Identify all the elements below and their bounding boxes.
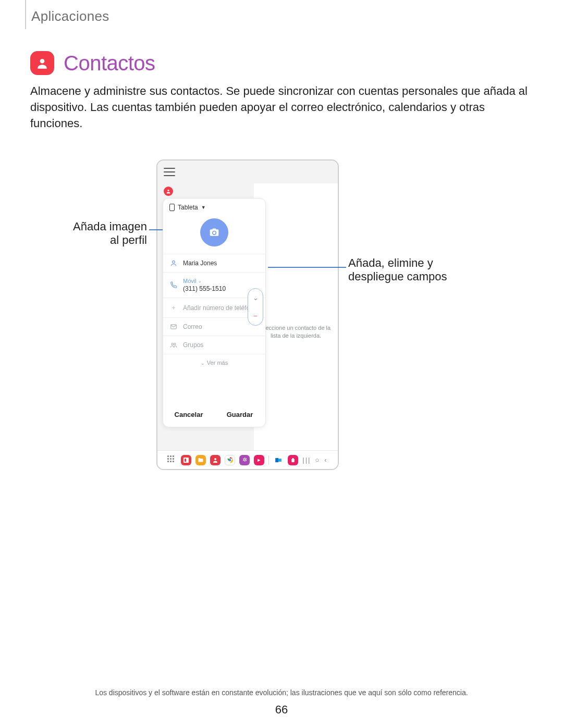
section-divider bbox=[25, 0, 26, 29]
menu-icon[interactable] bbox=[164, 168, 175, 176]
save-button[interactable]: Guardar bbox=[214, 402, 265, 427]
apps-icon[interactable] bbox=[167, 455, 177, 465]
add-profile-image-button[interactable] bbox=[200, 218, 228, 246]
plus-icon: ＋ bbox=[169, 303, 178, 312]
svg-rect-9 bbox=[185, 459, 186, 462]
taskbar-app-flipboard[interactable] bbox=[181, 455, 191, 465]
svg-point-6 bbox=[172, 343, 174, 346]
show-more-button[interactable]: ⌄Ver más bbox=[163, 354, 265, 371]
name-field[interactable]: Maria Jones bbox=[163, 254, 265, 272]
minus-icon: − bbox=[253, 312, 258, 320]
svg-point-4 bbox=[173, 261, 175, 263]
home-nav-icon[interactable]: ○ bbox=[315, 456, 320, 464]
caret-down-icon: ⌄ bbox=[198, 279, 202, 283]
svg-rect-13 bbox=[275, 458, 278, 462]
taskbar-app-chrome[interactable] bbox=[225, 455, 235, 465]
contacts-app-icon bbox=[30, 51, 54, 75]
taskbar: ✲ ▸ ||| ○ ‹ bbox=[157, 450, 338, 469]
callout-add-image: Añada imagen al perfil bbox=[65, 220, 147, 248]
phone-icon bbox=[169, 281, 178, 289]
taskbar-app-contacts[interactable] bbox=[210, 455, 221, 465]
callout-field-controls: Añada, elimine y despliegue campos bbox=[348, 256, 484, 284]
caret-down-icon: ▼ bbox=[201, 205, 206, 210]
page-description: Almacene y administre sus contactos. Se … bbox=[30, 83, 533, 131]
svg-point-10 bbox=[214, 458, 216, 460]
svg-point-7 bbox=[174, 343, 176, 346]
my-profile-icon[interactable] bbox=[164, 187, 173, 196]
tablet-screenshot: eleccione un contacto de la lista de la … bbox=[156, 159, 339, 470]
chevron-down-icon: ⌄ bbox=[253, 294, 259, 302]
storage-location-dropdown[interactable]: Tableta ▼ bbox=[163, 199, 265, 216]
mail-icon bbox=[169, 323, 178, 330]
recents-nav-icon[interactable]: ||| bbox=[302, 456, 311, 464]
svg-rect-14 bbox=[278, 459, 282, 462]
footnote: Los dispositivos y el software están en … bbox=[0, 688, 563, 697]
tablet-icon bbox=[169, 204, 175, 211]
back-nav-icon[interactable]: ‹ bbox=[324, 456, 327, 464]
groups-icon bbox=[169, 341, 178, 349]
taskbar-app-gallery[interactable]: ✲ bbox=[239, 455, 250, 465]
cancel-button[interactable]: Cancelar bbox=[163, 402, 214, 427]
phone-type-dropdown[interactable]: Móvil⌄ bbox=[183, 278, 226, 284]
svg-point-3 bbox=[167, 190, 169, 191]
camera-icon bbox=[209, 227, 219, 238]
field-expand-collapse-control[interactable]: ⌄ − bbox=[248, 288, 263, 326]
edit-contact-modal: Tableta ▼ Maria Jones Móvil⌄ (311) 555-1… bbox=[163, 198, 266, 427]
taskbar-app-youtube[interactable]: ▸ bbox=[254, 455, 264, 465]
contact-detail-placeholder: eleccione un contacto de la lista de la … bbox=[254, 183, 338, 450]
groups-field[interactable]: Grupos bbox=[163, 336, 265, 354]
svg-point-0 bbox=[40, 59, 45, 64]
taskbar-app-files[interactable] bbox=[195, 455, 206, 465]
taskbar-app-store[interactable] bbox=[288, 455, 298, 465]
chevron-down-icon: ⌄ bbox=[201, 361, 205, 366]
page-heading: Contactos bbox=[64, 52, 155, 75]
person-icon bbox=[169, 260, 178, 267]
taskbar-app-outlook[interactable] bbox=[273, 455, 284, 465]
section-title: Aplicaciones bbox=[31, 8, 109, 24]
page-number: 66 bbox=[0, 703, 563, 717]
phone-value: (311) 555-1510 bbox=[183, 285, 226, 292]
